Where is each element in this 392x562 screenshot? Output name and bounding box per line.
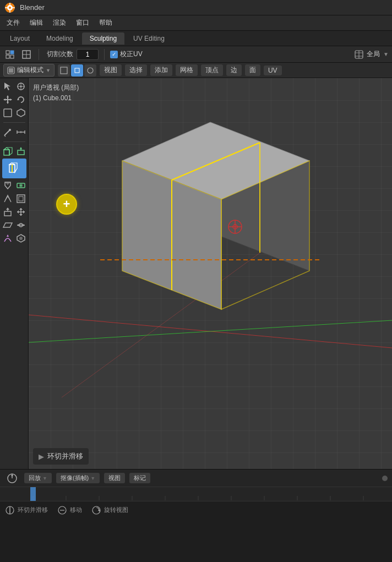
capture-btn[interactable]: 抠像(插帧) ▼ [56, 473, 100, 483]
svg-marker-32 [7, 102, 9, 104]
toolbar-inset-btn[interactable] [15, 193, 27, 205]
menu-item-help[interactable]: 帮助 [95, 17, 117, 29]
view-toggle-2[interactable] [71, 64, 83, 77]
view-toggles [58, 64, 96, 77]
toolbar-move-btn[interactable] [2, 94, 14, 106]
add-menu[interactable]: 添加 [150, 64, 172, 76]
toolbar-smooth-btn[interactable] [15, 232, 27, 244]
toolbar-annotate-btn[interactable] [2, 126, 14, 138]
global-dropdown-icon[interactable]: ▼ [383, 51, 389, 57]
global-icon [355, 50, 363, 59]
timeline-fullscreen-dot[interactable] [382, 476, 388, 481]
vertex-menu[interactable]: 顶点 [201, 64, 223, 76]
toolbar-frame-btn[interactable] [2, 107, 14, 119]
viewport[interactable]: + 用户透视 (局部) (1) Cube.001 ▶ 环切并滑移 [29, 78, 392, 469]
playback-btn[interactable]: 回放 ▼ [24, 473, 52, 483]
menu-item-file[interactable]: 文件 [2, 17, 24, 29]
rotate-status: 旋转视图 [91, 505, 128, 516]
svg-marker-70 [23, 210, 25, 214]
tab-sculpting[interactable]: Sculpting [82, 32, 124, 45]
tool-options-bar: 切割次数 ✓ 校正UV 全局 ▼ [0, 46, 392, 63]
loop-cut-status-icon [4, 505, 15, 516]
svg-marker-73 [19, 214, 23, 216]
menu-item-window[interactable]: 窗口 [72, 17, 94, 29]
uv-menu[interactable]: UV [264, 66, 282, 75]
toolbar-separator-1 [3, 122, 25, 123]
operator-label: 环切并滑移 [47, 451, 83, 461]
mesh-display-icon[interactable] [20, 48, 33, 61]
edge-menu[interactable]: 边 [226, 64, 242, 76]
cuts-input[interactable] [77, 49, 99, 60]
svg-marker-37 [17, 109, 25, 117]
toolbar-warp-btn[interactable] [2, 232, 14, 244]
svg-marker-34 [10, 99, 12, 101]
svg-marker-78 [23, 224, 25, 226]
toolbar-cursor-btn[interactable] [15, 80, 27, 92]
svg-rect-20 [61, 67, 67, 74]
marker-btn[interactable]: 标记 [129, 473, 150, 483]
toolbar-row-3 [2, 107, 27, 119]
toolbar-row-4 [2, 126, 27, 138]
svg-point-2 [9, 7, 11, 9]
svg-marker-69 [17, 210, 19, 214]
correct-uv-checkbox[interactable]: ✓ [110, 51, 118, 58]
tab-uv-editing[interactable]: UV Editing [126, 32, 172, 45]
toolbar-loop-cut-btn[interactable] [2, 159, 26, 178]
menu-item-edit[interactable]: 编辑 [25, 17, 47, 29]
add-loop-button[interactable]: + [56, 194, 77, 215]
toolbar-transform-btn[interactable] [15, 107, 27, 119]
toolbar-slide-btn[interactable] [15, 219, 27, 231]
toolbar-row-1 [2, 80, 27, 92]
toolbar-bevel-btn[interactable] [2, 193, 14, 205]
toolbar-shear-btn[interactable] [2, 219, 14, 231]
toolbar-select-btn[interactable] [2, 80, 14, 92]
mesh-menu[interactable]: 网格 [176, 64, 198, 76]
svg-marker-52 [20, 147, 22, 149]
scrubber-inner[interactable] [0, 487, 392, 501]
right-options: 全局 ▼ [355, 50, 389, 59]
svg-rect-64 [19, 197, 23, 201]
face-menu[interactable]: 面 [245, 64, 260, 76]
toolbar-extrude-faces-btn[interactable] [15, 145, 27, 157]
toolbar-row-2 [2, 94, 27, 106]
correct-uv-checkbox-area[interactable]: ✓ 校正UV [110, 50, 143, 59]
operator-arrow-icon: ▶ [39, 452, 44, 461]
toolbar-bisect-btn[interactable] [15, 179, 27, 192]
toolbar-rotate-btn[interactable] [15, 94, 27, 106]
view-menu[interactable]: 视图 [100, 64, 122, 76]
mode-dropdown-arrow: ▼ [46, 68, 51, 73]
view-toggle-3[interactable] [84, 64, 96, 77]
move-status-icon [57, 505, 68, 516]
view-options-icon[interactable] [3, 48, 17, 61]
menu-item-render[interactable]: 渲染 [48, 17, 70, 29]
operator-panel[interactable]: ▶ 环切并滑移 [33, 448, 89, 465]
svg-rect-10 [10, 55, 14, 58]
playback-icon[interactable] [4, 471, 20, 486]
move-status-label: 移动 [70, 506, 82, 514]
select-menu[interactable]: 选择 [125, 64, 147, 76]
svg-rect-36 [4, 109, 12, 117]
toolbar-knife-btn[interactable] [2, 179, 14, 192]
toolbar-transform2-btn[interactable] [15, 206, 27, 218]
svg-point-28 [20, 86, 21, 88]
svg-rect-50 [18, 150, 24, 155]
toolbar-extrude-btn[interactable] [2, 206, 14, 218]
view-toggle-1[interactable] [58, 64, 70, 77]
mode-dropdown[interactable]: 编辑模式 ▼ [3, 64, 55, 77]
move-status: 移动 [57, 505, 82, 516]
view-btn[interactable]: 视图 [104, 473, 125, 483]
svg-point-39 [9, 129, 11, 131]
tab-modeling[interactable]: Modeling [39, 32, 81, 45]
status-bar: 环切并滑移 移动 旋转视图 [0, 501, 392, 519]
mode-label: 编辑模式 [17, 66, 43, 75]
toolbar-row-10 [2, 219, 27, 231]
toolbar-cube-add-btn[interactable] [2, 145, 14, 157]
svg-marker-59 [5, 182, 10, 185]
tab-layout[interactable]: Layout [2, 32, 37, 45]
svg-rect-7 [6, 51, 9, 54]
correct-uv-label: 校正UV [120, 50, 143, 59]
svg-rect-113 [30, 487, 36, 501]
toolbar-measure-btn[interactable] [15, 126, 27, 138]
cuts-label: 切割次数 [47, 50, 73, 59]
scrubber-bar[interactable] [0, 487, 392, 501]
